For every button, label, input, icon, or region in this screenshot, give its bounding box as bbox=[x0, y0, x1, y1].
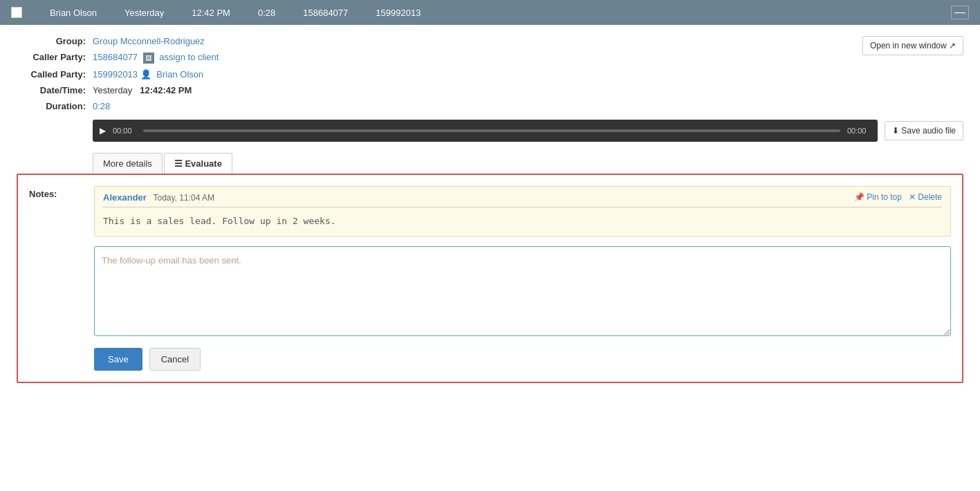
note-author: Alexander bbox=[103, 192, 147, 203]
user-icon: 👤 bbox=[140, 69, 151, 80]
notes-section: Notes: Alexander Today, 11:04 AM 📌 Pin t… bbox=[17, 174, 963, 384]
note-meta: Alexander Today, 11:04 AM bbox=[103, 192, 214, 203]
caller-party-row: Caller Party: 158684077 🖼 assign to clie… bbox=[17, 52, 963, 64]
caller-party-number[interactable]: 158684077 bbox=[93, 52, 138, 62]
note-header: Alexander Today, 11:04 AM 📌 Pin to top ✕… bbox=[103, 192, 942, 203]
datetime-time: 12:42:42 PM bbox=[140, 85, 192, 95]
audio-player: ▶ 00:00 00:00 bbox=[93, 120, 878, 142]
audio-row: ▶ 00:00 00:00 ⬇ Save audio file bbox=[93, 120, 963, 142]
duration-row: Duration: 0:28 bbox=[17, 101, 963, 111]
called-party-label: Called Party: bbox=[17, 69, 93, 80]
audio-time-end: 00:00 bbox=[847, 127, 871, 135]
datetime-label: Date/Time: bbox=[17, 85, 93, 95]
tab-evaluate[interactable]: ☰ Evaluate bbox=[164, 153, 232, 174]
notes-label: Notes: bbox=[29, 186, 94, 371]
duration-value: 0:28 bbox=[93, 101, 110, 111]
notes-content: Alexander Today, 11:04 AM 📌 Pin to top ✕… bbox=[94, 186, 951, 371]
save-button[interactable]: Save bbox=[94, 348, 142, 371]
group-label: Group: bbox=[17, 36, 93, 46]
tab-more-details[interactable]: More details bbox=[93, 153, 163, 174]
note-textarea[interactable] bbox=[94, 246, 951, 336]
notes-layout: Notes: Alexander Today, 11:04 AM 📌 Pin t… bbox=[29, 186, 951, 371]
topbar-date: Yesterday bbox=[124, 8, 164, 18]
note-text: This is a sales lead. Follow up in 2 wee… bbox=[103, 214, 942, 228]
caller-party-label: Caller Party: bbox=[17, 52, 93, 62]
datetime-row: Date/Time: Yesterday 12:42:42 PM bbox=[17, 85, 963, 95]
main-content: Open in new window ↗ Group: Group Mcconn… bbox=[0, 25, 980, 394]
duration-label: Duration: bbox=[17, 101, 93, 111]
note-card: Alexander Today, 11:04 AM 📌 Pin to top ✕… bbox=[94, 186, 951, 237]
save-audio-button[interactable]: ⬇ Save audio file bbox=[885, 121, 963, 140]
group-row: Group: Group Mcconnell-Rodriguez bbox=[17, 36, 963, 46]
datetime-date: Yesterday bbox=[93, 85, 132, 95]
pin-to-top-button[interactable]: 📌 Pin to top bbox=[854, 192, 902, 202]
play-button[interactable]: ▶ bbox=[100, 126, 106, 136]
top-bar: Brian Olson Yesterday 12:42 PM 0:28 1586… bbox=[0, 0, 980, 25]
open-new-window-button[interactable]: Open in new window ↗ bbox=[862, 36, 963, 55]
row-checkbox[interactable] bbox=[11, 7, 22, 18]
minimize-button[interactable]: — bbox=[951, 6, 969, 19]
called-party-number[interactable]: 159992013 bbox=[93, 69, 138, 80]
topbar-caller: 158684077 bbox=[303, 8, 348, 18]
audio-progress-bar[interactable] bbox=[143, 129, 840, 132]
assign-to-client-link[interactable]: assign to client bbox=[159, 52, 219, 62]
assign-icon: 🖼 bbox=[143, 53, 154, 64]
cancel-button[interactable]: Cancel bbox=[149, 348, 201, 371]
note-button-row: Save Cancel bbox=[94, 348, 951, 371]
tabs-bar: More details ☰ Evaluate bbox=[93, 153, 963, 174]
note-actions: 📌 Pin to top ✕ Delete bbox=[854, 192, 942, 202]
topbar-name: Brian Olson bbox=[50, 8, 97, 18]
delete-note-button[interactable]: ✕ Delete bbox=[909, 192, 942, 202]
group-link[interactable]: Group Mcconnell-Rodriguez bbox=[93, 36, 205, 46]
note-divider bbox=[103, 207, 942, 207]
info-table: Group: Group Mcconnell-Rodriguez Caller … bbox=[17, 36, 963, 111]
called-party-name[interactable]: Brian Olson bbox=[156, 69, 203, 80]
topbar-time: 12:42 PM bbox=[192, 8, 230, 18]
note-timestamp: Today, 11:04 AM bbox=[154, 193, 215, 203]
topbar-called: 159992013 bbox=[376, 8, 420, 18]
audio-time-start: 00:00 bbox=[113, 127, 136, 135]
called-party-row: Called Party: 159992013 👤 Brian Olson bbox=[17, 69, 963, 80]
topbar-duration: 0:28 bbox=[258, 8, 275, 18]
